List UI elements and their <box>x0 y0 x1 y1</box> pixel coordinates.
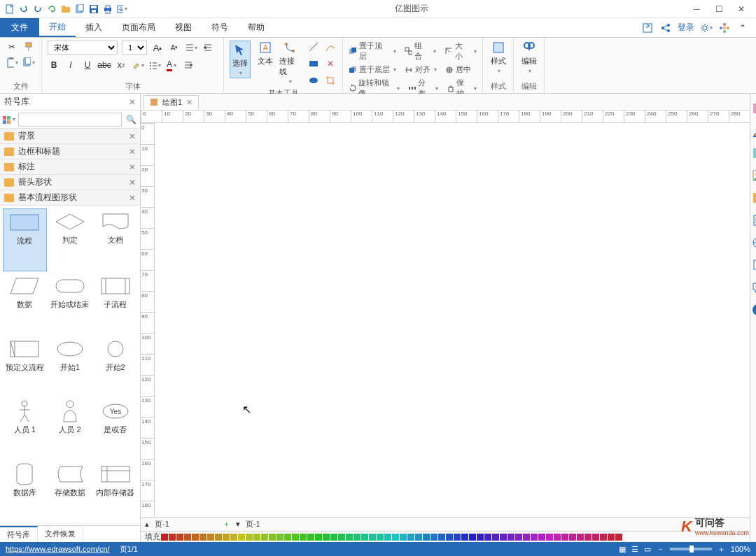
color-swatch[interactable] <box>584 534 592 541</box>
redo-icon[interactable] <box>32 3 43 15</box>
color-swatch[interactable] <box>438 534 445 541</box>
color-swatch[interactable] <box>315 534 322 541</box>
page-dropdown-icon[interactable]: ▾ <box>236 520 240 529</box>
shape-predefined[interactable]: 预定义流程 <box>3 336 47 397</box>
color-swatch[interactable] <box>446 534 453 541</box>
color-swatch[interactable] <box>554 534 561 541</box>
doc-tab[interactable]: 绘图1 ✕ <box>144 95 199 109</box>
color-swatch[interactable] <box>407 534 414 541</box>
color-swatch[interactable] <box>176 534 183 541</box>
color-swatch[interactable] <box>246 534 253 541</box>
color-swatch[interactable] <box>531 534 538 541</box>
line-spacing-icon[interactable] <box>185 41 197 54</box>
align-btn[interactable]: 对齐 <box>405 64 437 75</box>
shape-process[interactable]: 流程 <box>3 208 47 271</box>
color-swatch[interactable] <box>523 534 530 541</box>
page-label-2[interactable]: 页-1 <box>246 519 260 529</box>
paste-icon[interactable] <box>6 56 18 69</box>
print-icon[interactable] <box>102 3 113 15</box>
color-swatch[interactable] <box>500 534 507 541</box>
format-painter-icon[interactable] <box>22 41 35 53</box>
shape-person2[interactable]: 人员 2 <box>48 398 92 459</box>
style-btn[interactable]: 样式 <box>489 41 507 74</box>
theme-icon[interactable] <box>750 101 756 116</box>
color-swatch[interactable] <box>223 534 230 541</box>
color-swatch[interactable] <box>415 534 422 541</box>
export-share-icon[interactable] <box>641 22 654 34</box>
color-swatch[interactable] <box>307 534 314 541</box>
category-arrow[interactable]: 箭头形状✕ <box>0 175 140 190</box>
color-swatch[interactable] <box>161 534 168 541</box>
zoom-in-icon[interactable]: ＋ <box>718 544 725 555</box>
category-flowchart[interactable]: 基本流程图形状✕ <box>0 190 140 206</box>
color-swatch[interactable] <box>608 534 615 541</box>
copy-icon[interactable] <box>22 56 35 69</box>
select-tool[interactable]: 选择 <box>230 41 251 78</box>
login-link[interactable]: 登录 <box>678 22 694 34</box>
font-color-icon[interactable]: A <box>165 59 178 71</box>
settings-icon[interactable] <box>700 22 713 34</box>
maximize-icon[interactable]: ☐ <box>714 4 724 14</box>
shape-storage[interactable]: 存储数据 <box>48 461 92 522</box>
line-tool-icon[interactable] <box>307 41 320 53</box>
file-menu[interactable]: 文件 <box>0 18 39 37</box>
save-icon[interactable] <box>88 3 99 15</box>
view-outline-icon[interactable]: ☰ <box>631 545 638 554</box>
indent-left-icon[interactable] <box>182 59 195 71</box>
panel-tab-library[interactable]: 符号库 <box>0 526 38 542</box>
shape-subprocess[interactable]: 子流程 <box>93 273 137 334</box>
shape-database[interactable]: 数据库 <box>3 461 47 522</box>
page-label[interactable]: 页-1 <box>155 519 169 529</box>
color-swatch[interactable] <box>261 534 268 541</box>
doc-tab-close-icon[interactable]: ✕ <box>186 98 192 107</box>
image-icon[interactable] <box>750 168 756 183</box>
shape-decision[interactable]: 判定 <box>48 208 92 271</box>
tab-view[interactable]: 视图 <box>165 18 202 37</box>
color-swatch[interactable] <box>200 534 206 541</box>
color-swatch[interactable] <box>184 534 191 541</box>
color-swatch[interactable] <box>230 534 237 541</box>
color-swatch[interactable] <box>361 534 368 541</box>
color-swatch[interactable] <box>238 534 245 541</box>
flower-icon[interactable] <box>718 22 731 34</box>
collapse-ribbon-icon[interactable]: ⌃ <box>736 22 749 34</box>
color-swatch[interactable] <box>561 534 568 541</box>
refresh-icon[interactable] <box>46 3 57 15</box>
view-presentation-icon[interactable]: ▭ <box>644 545 651 554</box>
shape-person1[interactable]: 人员 1 <box>3 398 47 459</box>
tab-help[interactable]: 帮助 <box>238 18 274 37</box>
cut-icon[interactable]: ✂ <box>6 41 18 53</box>
ellipse-shape-icon[interactable] <box>307 74 320 87</box>
color-swatch[interactable] <box>538 534 545 541</box>
color-swatch[interactable] <box>346 534 353 541</box>
status-url[interactable]: https://www.edrawsoft.com/cn/ <box>6 545 110 553</box>
color-swatch[interactable] <box>600 534 607 541</box>
center-btn[interactable]: 居中 <box>445 64 471 75</box>
search-input[interactable] <box>18 113 122 127</box>
color-swatch[interactable] <box>215 534 222 541</box>
category-callout[interactable]: 标注✕ <box>0 159 140 175</box>
rect-shape-icon[interactable] <box>307 57 320 70</box>
color-swatch[interactable] <box>546 534 553 541</box>
bullets-icon[interactable] <box>148 59 161 71</box>
color-swatch[interactable] <box>269 534 276 541</box>
indent-right-icon[interactable] <box>202 41 214 54</box>
color-swatch[interactable] <box>615 534 622 541</box>
color-swatch[interactable] <box>169 534 176 541</box>
layer-icon[interactable] <box>750 190 756 206</box>
category-background[interactable]: 背景✕ <box>0 129 140 144</box>
shape-internal-storage[interactable]: 内部存储器 <box>93 461 137 522</box>
group-btn[interactable]: 组合 <box>405 41 437 62</box>
color-swatch[interactable] <box>276 534 284 541</box>
color-swatch[interactable] <box>477 534 484 541</box>
shape-yesno[interactable]: Yes是或否 <box>93 398 137 459</box>
color-swatch[interactable] <box>423 534 430 541</box>
font-name-select[interactable]: 宋体 <box>48 41 118 55</box>
library-picker-icon[interactable] <box>3 113 15 126</box>
pen-icon[interactable] <box>750 123 756 138</box>
zoom-value[interactable]: 100% <box>731 545 750 553</box>
search-icon[interactable]: 🔍 <box>125 113 137 126</box>
color-swatch[interactable] <box>430 534 438 541</box>
color-swatch[interactable] <box>461 534 468 541</box>
shape-document[interactable]: 文档 <box>93 208 137 271</box>
